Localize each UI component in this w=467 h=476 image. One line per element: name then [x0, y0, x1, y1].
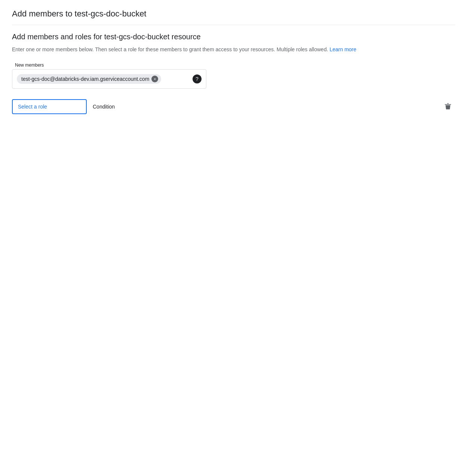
close-icon: × — [154, 77, 156, 81]
description-text: Enter one or more members below. Then se… — [12, 46, 455, 54]
help-icon-button[interactable]: ? — [193, 74, 202, 83]
question-mark-icon: ? — [196, 76, 199, 82]
learn-more-link[interactable]: Learn more — [329, 46, 356, 52]
chip-close-button[interactable]: × — [151, 76, 158, 82]
member-chip-value: test-gcs-doc@databricks-dev.iam.gservice… — [21, 76, 149, 82]
delete-role-button[interactable] — [441, 99, 455, 115]
new-members-label: New members — [12, 62, 455, 68]
member-chip: test-gcs-doc@databricks-dev.iam.gservice… — [17, 74, 161, 84]
page-title: Add members to test-gcs-doc-bucket — [12, 9, 455, 25]
section-title: Add members and roles for test-gcs-doc-b… — [12, 33, 455, 41]
trash-icon — [444, 102, 452, 110]
condition-label: Condition — [93, 99, 115, 110]
select-role-button[interactable]: Select a role — [12, 99, 87, 114]
role-row: Select a role Condition — [12, 99, 455, 115]
new-members-input-container: test-gcs-doc@databricks-dev.iam.gservice… — [12, 69, 206, 89]
